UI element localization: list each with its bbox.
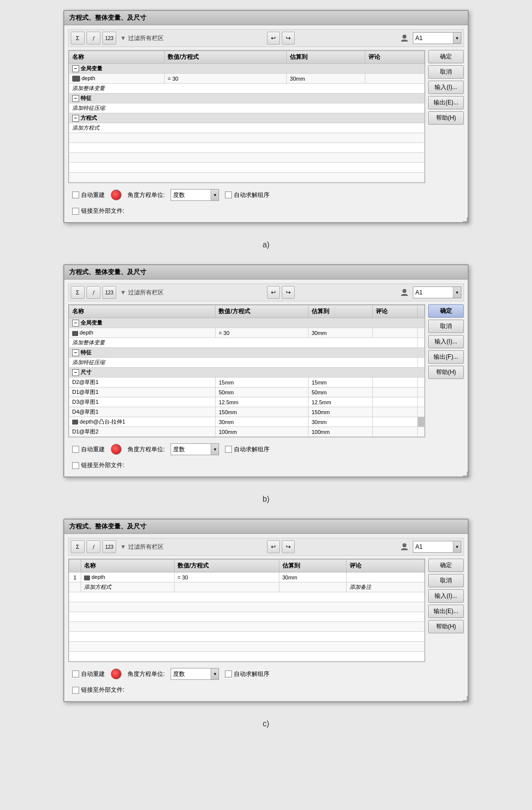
angle-dropdown-c[interactable]: 度数 ▼ (171, 668, 219, 680)
num-btn-a[interactable]: 123 (102, 32, 116, 45)
export-btn-a[interactable]: 输出(E)... (428, 96, 464, 109)
add-eq-hint-c[interactable]: 添加方程式 (81, 582, 175, 592)
cell-comment-depth-c[interactable] (346, 572, 424, 582)
cancel-btn-b[interactable]: 取消 (428, 320, 464, 333)
add-note-hint-c[interactable]: 添加备注 (346, 582, 424, 592)
cell-value-depth-b[interactable]: = 30 (216, 328, 309, 338)
angle-arrow-b[interactable]: ▼ (211, 444, 219, 455)
cell-d3-value[interactable]: 12.5mm (216, 397, 309, 407)
export-btn-b[interactable]: 输出(F)... (428, 350, 464, 364)
auto-solve-b[interactable]: 自动求解组序 (225, 445, 269, 454)
ok-btn-c[interactable]: 确定 (428, 559, 464, 572)
cell-depth-dim-comment[interactable] (372, 417, 417, 427)
collapse-feature-a[interactable]: − (72, 95, 79, 102)
ok-btn-b[interactable]: 确定 (428, 304, 464, 318)
num-btn-b[interactable]: 123 (102, 286, 116, 299)
auto-rebuild-a[interactable]: 自动重建 (72, 191, 105, 199)
angle-value-c[interactable]: 度数 (171, 668, 211, 679)
auto-solve-c[interactable]: 自动求解组序 (225, 670, 269, 678)
auto-solve-checkbox-c[interactable] (225, 670, 232, 677)
dropdown-arrow-c[interactable]: ▼ (453, 541, 461, 552)
cell-d4-value[interactable]: 150mm (216, 407, 309, 417)
angle-dropdown-a[interactable]: 度数 ▼ (171, 189, 219, 201)
cancel-btn-c[interactable]: 取消 (428, 574, 464, 587)
cell-d1-2-value[interactable]: 100mm (216, 427, 309, 437)
auto-solve-checkbox-b[interactable] (225, 446, 232, 453)
cell-comment-depth-b[interactable] (372, 328, 417, 338)
auto-rebuild-b[interactable]: 自动重建 (72, 445, 105, 454)
import-btn-a[interactable]: 输入(I)... (428, 81, 464, 94)
angle-arrow-c[interactable]: ▼ (211, 668, 219, 679)
dropdown-value-c[interactable]: A1 (413, 541, 453, 552)
resize-handle-c[interactable] (463, 696, 468, 701)
help-btn-c[interactable]: 帮助(H) (428, 620, 464, 633)
import-btn-c[interactable]: 输入(I)... (428, 589, 464, 603)
help-btn-a[interactable]: 帮助(H) (428, 111, 464, 125)
cell-value-depth-a[interactable]: = 30 (164, 74, 286, 84)
link-external-checkbox-b[interactable] (72, 462, 79, 469)
var-btn-c[interactable]: 𝑓 (87, 540, 100, 553)
collapse-equation-a[interactable]: − (72, 115, 79, 122)
add-feature-hint-b[interactable]: 添加特征压缩 (69, 358, 418, 368)
undo-btn-a[interactable]: ↩ (267, 32, 280, 45)
add-global-hint-a[interactable]: 添加整体变量 (69, 84, 425, 94)
auto-rebuild-checkbox-c[interactable] (72, 670, 79, 677)
angle-arrow-a[interactable]: ▼ (211, 190, 219, 200)
redo-btn-b[interactable]: ↪ (282, 286, 295, 299)
auto-rebuild-checkbox-b[interactable] (72, 446, 79, 453)
cell-d1-value[interactable]: 50mm (216, 387, 309, 397)
cell-d2-comment[interactable] (372, 378, 417, 387)
resize-handle-a[interactable] (463, 217, 468, 222)
dropdown-arrow-a[interactable]: ▼ (453, 33, 461, 44)
link-external-b[interactable]: 链接至外部文件: (72, 461, 124, 470)
link-external-checkbox-c[interactable] (72, 687, 79, 694)
dropdown-a[interactable]: A1 ▼ (413, 32, 461, 44)
ok-btn-a[interactable]: 确定 (428, 50, 464, 63)
undo-btn-b[interactable]: ↩ (267, 286, 280, 299)
cell-depth-dim-value[interactable]: 30mm (216, 417, 309, 427)
auto-rebuild-c[interactable]: 自动重建 (72, 670, 105, 678)
dropdown-arrow-b[interactable]: ▼ (453, 287, 461, 298)
cell-d2-value[interactable]: 15mm (216, 378, 309, 387)
auto-solve-a[interactable]: 自动求解组序 (225, 191, 269, 199)
add-feature-hint-a[interactable]: 添加特征压缩 (69, 103, 425, 113)
cell-d1-2-comment[interactable] (372, 427, 417, 437)
cell-d1-comment[interactable] (372, 387, 417, 397)
dropdown-value-a[interactable]: A1 (413, 33, 453, 44)
collapse-global-a[interactable]: − (72, 65, 79, 72)
angle-dropdown-b[interactable]: 度数 ▼ (171, 443, 219, 455)
angle-value-a[interactable]: 度数 (171, 190, 211, 200)
dropdown-c[interactable]: A1 ▼ (413, 541, 461, 553)
export-btn-c[interactable]: 输出(E)... (428, 605, 464, 618)
resize-handle-b[interactable] (463, 472, 468, 476)
sigma-btn-a[interactable]: Σ (71, 32, 85, 45)
collapse-dim-b[interactable]: − (72, 369, 79, 376)
var-btn-a[interactable]: 𝑓 (87, 32, 100, 45)
collapse-global-b[interactable]: − (72, 320, 79, 327)
dropdown-value-b[interactable]: A1 (413, 287, 453, 298)
redo-btn-a[interactable]: ↪ (282, 32, 295, 45)
sigma-btn-b[interactable]: Σ (71, 286, 85, 299)
cancel-btn-a[interactable]: 取消 (428, 65, 464, 79)
auto-rebuild-checkbox-a[interactable] (72, 191, 79, 198)
var-btn-b[interactable]: 𝑓 (87, 286, 100, 299)
cell-value-depth-c[interactable]: = 30 (174, 572, 279, 582)
cell-d3-comment[interactable] (372, 397, 417, 407)
link-external-checkbox-a[interactable] (72, 208, 79, 215)
undo-btn-c[interactable]: ↩ (267, 540, 280, 553)
add-equation-hint-a[interactable]: 添加方程式 (69, 123, 425, 133)
sigma-btn-c[interactable]: Σ (71, 540, 85, 553)
cell-comment-depth-a[interactable] (365, 74, 425, 84)
angle-value-b[interactable]: 度数 (171, 444, 211, 455)
collapse-feature-b[interactable]: − (72, 349, 79, 356)
help-btn-b[interactable]: 帮助(H) (428, 366, 464, 379)
link-external-c[interactable]: 链接至外部文件: (72, 686, 124, 694)
add-global-hint-b[interactable]: 添加整体变量 (69, 338, 418, 348)
num-btn-c[interactable]: 123 (102, 540, 116, 553)
auto-solve-checkbox-a[interactable] (225, 191, 232, 198)
import-btn-b[interactable]: 输入(I)... (428, 335, 464, 348)
cell-d4-comment[interactable] (372, 407, 417, 417)
redo-btn-c[interactable]: ↪ (282, 540, 295, 553)
link-external-a[interactable]: 链接至外部文件: (72, 207, 124, 215)
dropdown-b[interactable]: A1 ▼ (413, 286, 461, 298)
